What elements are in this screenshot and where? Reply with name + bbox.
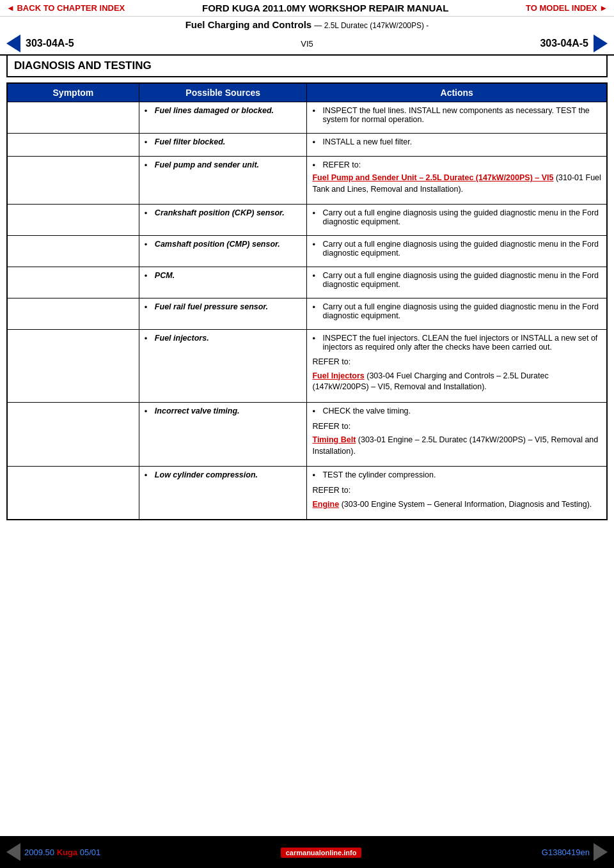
symptom-cell: [7, 157, 139, 205]
table-row: •Fuel injectors.•INSPECT the fuel inject…: [7, 330, 607, 403]
nav-left-arrow[interactable]: [6, 35, 20, 52]
symptom-cell: [7, 134, 139, 157]
symptom-cell: [7, 205, 139, 236]
action-cell: •INSPECT the fuel injectors. CLEAN the f…: [307, 330, 607, 403]
section-title: DIAGNOSIS AND TESTING: [6, 56, 608, 77]
action-cell: •CHECK the valve timing.REFER to:Timing …: [307, 402, 607, 467]
action-cell: •Carry out a full engine diagnosis using…: [307, 298, 607, 330]
table-row: •Fuel rail fuel pressure sensor.•Carry o…: [7, 298, 607, 330]
action-cell: •Carry out a full engine diagnosis using…: [307, 236, 607, 267]
col-possible-header: Possible Sources: [139, 83, 307, 102]
subtitle-main: Fuel Charging and Controls: [185, 19, 312, 30]
model-index-link[interactable]: TO MODEL INDEX ►: [526, 3, 608, 13]
back-arrow-icon: ◄: [6, 3, 17, 13]
section-title-text: DIAGNOSIS AND TESTING: [14, 59, 152, 72]
manual-title: FORD KUGA 2011.0MY WORKSHOP REPAIR MANUA…: [125, 3, 526, 13]
symptom-cell: [7, 330, 139, 403]
possible-source-text: Fuel injectors.: [155, 334, 302, 343]
possible-cell: •Fuel injectors.: [139, 330, 307, 403]
table-row: •Crankshaft position (CKP) sensor.•Carry…: [7, 205, 607, 236]
action-line: TEST the cylinder compression.: [322, 470, 601, 479]
action-line: REFER to:: [312, 421, 601, 433]
subtitle-bar: Fuel Charging and Controls — 2.5L Durate…: [0, 17, 614, 33]
possible-source-text: Low cylinder compression.: [155, 470, 302, 479]
diagnosis-table: Symptom Possible Sources Actions •Fuel l…: [6, 82, 608, 520]
back-to-chapter-link[interactable]: ◄ BACK TO CHAPTER INDEX: [6, 3, 125, 13]
table-row: •Fuel pump and sender unit.•REFER to:Fue…: [7, 157, 607, 205]
possible-source-text: Fuel filter blocked.: [155, 137, 302, 146]
action-ref-link[interactable]: Engine: [312, 500, 339, 509]
symptom-cell: [7, 298, 139, 330]
possible-cell: •Fuel filter blocked.: [139, 134, 307, 157]
action-line: Carry out a full engine diagnosis using …: [322, 208, 601, 226]
footer: 2009.50 Kuga 05/01 carmanualonline.info …: [0, 836, 614, 868]
model-index-arrow: ►: [599, 3, 608, 13]
nav-bar: 303-04A-5 VI5 303-04A-5: [0, 33, 614, 56]
possible-cell: •Incorrect valve timing.: [139, 402, 307, 467]
action-cell: •INSTALL a new fuel filter.: [307, 134, 607, 157]
action-ref: Timing Belt (303-01 Engine – 2.5L Durate…: [312, 435, 601, 457]
footer-year: 2009.50: [24, 848, 54, 857]
action-ref-rest: (303-01 Engine – 2.5L Duratec (147kW/200…: [312, 435, 598, 456]
possible-source-text: Fuel lines damaged or blocked.: [155, 106, 302, 115]
action-line: Carry out a full engine diagnosis using …: [322, 271, 601, 289]
possible-cell: •Fuel lines damaged or blocked.: [139, 102, 307, 134]
carmanuals-badge: carmanualonline.info: [281, 848, 362, 858]
back-to-chapter-label: BACK TO CHAPTER INDEX: [17, 3, 125, 13]
action-line: Carry out a full engine diagnosis using …: [322, 240, 601, 258]
subtitle-detail: — 2.5L Duratec (147kW/200PS) -: [314, 21, 429, 30]
footer-doc-link[interactable]: 2009.50 Kuga 05/01: [24, 848, 100, 857]
possible-source-text: Fuel pump and sender unit.: [155, 160, 302, 169]
title-text: FORD KUGA 2011.0MY WORKSHOP REPAIR MANUA…: [202, 3, 448, 13]
nav-right-arrow[interactable]: [594, 35, 608, 52]
page-id-right: 303-04A-5: [540, 38, 588, 49]
symptom-cell: [7, 267, 139, 298]
action-ref-link[interactable]: Fuel Pump and Sender Unit – 2.5L Duratec…: [312, 173, 553, 182]
possible-source-text: Fuel rail fuel pressure sensor.: [155, 302, 302, 311]
content-area: Symptom Possible Sources Actions •Fuel l…: [6, 82, 608, 520]
footer-doc-id: G1380419en: [542, 848, 590, 857]
possible-source-text: Incorrect valve timing.: [155, 407, 302, 415]
symptom-cell: [7, 236, 139, 267]
action-ref-rest: (303-00 Engine System – General Informat…: [339, 500, 592, 509]
table-row: •Fuel lines damaged or blocked.•INSPECT …: [7, 102, 607, 134]
symptom-cell: [7, 102, 139, 134]
action-line: INSPECT the fuel lines. INSTALL new comp…: [322, 106, 601, 124]
action-line: REFER to:: [312, 485, 601, 497]
action-cell: •Carry out a full engine diagnosis using…: [307, 205, 607, 236]
table-row: •Incorrect valve timing.•CHECK the valve…: [7, 402, 607, 467]
symptom-cell: [7, 402, 139, 467]
table-row: •PCM.•Carry out a full engine diagnosis …: [7, 267, 607, 298]
footer-nav-right[interactable]: [594, 843, 608, 861]
model-index-label: TO MODEL INDEX: [526, 3, 597, 13]
possible-source-text: Camshaft position (CMP) sensor.: [155, 240, 302, 249]
table-row: •Camshaft position (CMP) sensor.•Carry o…: [7, 236, 607, 267]
nav-center-label: VI5: [301, 39, 313, 49]
action-line: INSTALL a new fuel filter.: [322, 137, 601, 146]
footer-year2: 05/01: [80, 848, 101, 857]
table-row: •Fuel filter blocked.•INSTALL a new fuel…: [7, 134, 607, 157]
action-ref-link[interactable]: Timing Belt: [312, 435, 356, 444]
header-top: ◄ BACK TO CHAPTER INDEX FORD KUGA 2011.0…: [0, 0, 614, 17]
col-action-header: Actions: [307, 83, 607, 102]
footer-nav-left[interactable]: [6, 843, 20, 861]
footer-model: Kuga: [57, 848, 78, 857]
possible-cell: •PCM.: [139, 267, 307, 298]
action-ref: Fuel Injectors (303-04 Fuel Charging and…: [312, 371, 601, 393]
action-ref: Fuel Pump and Sender Unit – 2.5L Duratec…: [312, 173, 601, 195]
action-line: Carry out a full engine diagnosis using …: [322, 302, 601, 320]
symptom-cell: [7, 467, 139, 520]
action-cell: •Carry out a full engine diagnosis using…: [307, 267, 607, 298]
action-cell: •TEST the cylinder compression.REFER to:…: [307, 467, 607, 520]
possible-cell: •Low cylinder compression.: [139, 467, 307, 520]
action-cell: •REFER to:Fuel Pump and Sender Unit – 2.…: [307, 157, 607, 205]
action-line: REFER to:: [312, 357, 601, 368]
col-symptom-header: Symptom: [7, 83, 139, 102]
action-line: CHECK the valve timing.: [322, 407, 601, 415]
possible-cell: •Crankshaft position (CKP) sensor.: [139, 205, 307, 236]
possible-cell: •Fuel pump and sender unit.: [139, 157, 307, 205]
page-id-left: 303-04A-5: [26, 38, 74, 49]
action-line: INSPECT the fuel injectors. CLEAN the fu…: [322, 334, 601, 352]
possible-cell: •Fuel rail fuel pressure sensor.: [139, 298, 307, 330]
action-ref-link[interactable]: Fuel Injectors: [312, 371, 364, 380]
